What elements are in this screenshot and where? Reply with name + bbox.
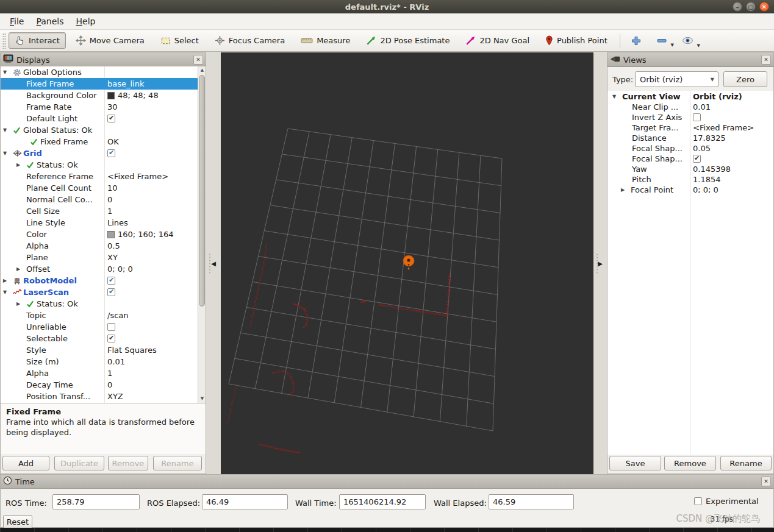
tool-focus-camera[interactable]: Focus Camera xyxy=(209,32,291,49)
collapse-arrow-icon[interactable]: ▶ xyxy=(16,301,26,307)
row-value-cell[interactable]: <Fixed Frame> xyxy=(105,171,206,182)
dropdown-caret-icon[interactable]: ▼ xyxy=(697,43,700,48)
time-field-input-wall-elapsed[interactable] xyxy=(489,494,574,509)
row-global-status-ok[interactable]: ▼Global Status: Ok xyxy=(1,124,206,136)
tool-select[interactable]: Select xyxy=(154,32,205,49)
row-pitch[interactable]: Pitch1.1854 xyxy=(607,174,773,184)
tool-2d-nav-goal[interactable]: 2D Nav Goal xyxy=(459,32,536,49)
row-value-cell[interactable]: ✔ xyxy=(105,275,206,286)
row-checkbox[interactable]: ✔ xyxy=(693,155,701,163)
close-button-icon[interactable]: ✕ xyxy=(759,2,769,12)
row-checkbox[interactable]: ✔ xyxy=(107,288,115,296)
row-value-cell[interactable]: base_link xyxy=(105,78,206,90)
row-value-cell[interactable]: 48; 48; 48 xyxy=(105,90,206,101)
row-value-cell[interactable]: 0 xyxy=(105,194,206,205)
row-focal-shap[interactable]: Focal Shap...✔ xyxy=(607,153,773,163)
collapse-arrow-icon[interactable]: ▶ xyxy=(16,162,26,168)
row-value-cell[interactable]: Flat Squares xyxy=(105,344,206,356)
rename-button[interactable]: Rename xyxy=(720,456,772,470)
row-value-cell[interactable]: 0.5 xyxy=(105,240,206,252)
row-checkbox[interactable]: ✔ xyxy=(107,335,115,342)
view-type-select[interactable]: Orbit (rviz) ▼ xyxy=(635,71,718,87)
row-decay-time[interactable]: Decay Time0 xyxy=(1,379,206,391)
row-value-cell[interactable]: ✔ xyxy=(105,286,206,298)
tool-eye-button[interactable]: ▼ xyxy=(678,35,698,46)
tool-publish-point[interactable]: Publish Point xyxy=(539,32,614,49)
row-size-m[interactable]: Size (m)0.01 xyxy=(1,356,206,367)
row-frame-rate[interactable]: Frame Rate30 xyxy=(1,101,206,113)
menu-item-file[interactable]: File xyxy=(4,15,30,28)
row-value-cell[interactable] xyxy=(105,298,206,310)
row-value-cell[interactable] xyxy=(105,66,206,78)
expand-arrow-icon[interactable]: ▼ xyxy=(3,127,13,133)
scroll-down-icon[interactable]: ▼ xyxy=(198,395,206,403)
color-swatch[interactable] xyxy=(107,231,115,238)
row-checkbox[interactable] xyxy=(107,323,115,331)
time-field-input-ros-time[interactable] xyxy=(52,494,140,509)
row-value-cell[interactable]: XY xyxy=(105,252,206,263)
row-value-cell[interactable]: /scan xyxy=(105,310,206,321)
row-near-clip[interactable]: Near Clip ...0.01 xyxy=(607,101,773,112)
row-target-fra[interactable]: Target Fra...<Fixed Frame> xyxy=(607,122,773,132)
row-value-cell[interactable]: 0; 0; 0 xyxy=(105,263,206,275)
row-value-cell[interactable]: ✔ xyxy=(105,113,206,124)
tool-interact[interactable]: Interact xyxy=(9,32,66,49)
row-robotmodel[interactable]: ▶RobotModel✔ xyxy=(1,275,206,286)
row-fixed-frame[interactable]: Fixed Framebase_link xyxy=(1,78,206,90)
row-value-cell[interactable]: 0; 0; 0 xyxy=(690,184,773,196)
maximize-button-icon[interactable]: ▢ xyxy=(746,2,756,12)
time-panel-header[interactable]: Time ✕ xyxy=(1,475,773,489)
time-field-input-ros-elapsed[interactable] xyxy=(202,494,288,509)
zero-button[interactable]: Zero xyxy=(723,71,767,87)
row-reference-frame[interactable]: Reference Frame<Fixed Frame> xyxy=(1,171,206,182)
expand-arrow-icon[interactable]: ▼ xyxy=(3,289,13,295)
experimental-checkbox[interactable] xyxy=(694,497,702,505)
collapse-right-icon[interactable]: ▶ xyxy=(598,260,603,267)
tool-2d-pose-estimate[interactable]: 2D Pose Estimate xyxy=(360,32,456,49)
splitter-handle[interactable] xyxy=(596,253,598,274)
reset-button[interactable]: Reset xyxy=(3,515,32,529)
tool-plus-button[interactable] xyxy=(626,34,646,48)
row-yaw[interactable]: Yaw0.145398 xyxy=(607,163,773,174)
experimental-option[interactable]: Experimental xyxy=(694,497,759,506)
toolbar-grip[interactable] xyxy=(2,33,6,49)
tool-measure[interactable]: Measure xyxy=(295,33,356,48)
collapse-arrow-icon[interactable]: ▶ xyxy=(16,266,26,272)
row-value-cell[interactable]: 1 xyxy=(105,205,206,217)
time-close-icon[interactable]: ✕ xyxy=(761,477,771,486)
remove-button[interactable]: Remove xyxy=(664,456,716,470)
right-splitter[interactable]: ▶ xyxy=(593,52,607,474)
row-default-light[interactable]: Default Light✔ xyxy=(1,113,206,124)
row-grid[interactable]: ▼Grid✔ xyxy=(1,147,206,159)
row-value-cell[interactable] xyxy=(105,321,206,333)
row-global-options[interactable]: ▼Global Options xyxy=(1,66,206,78)
time-field-input-wall-time[interactable] xyxy=(339,494,426,509)
row-value-cell[interactable]: 0.01 xyxy=(105,356,206,367)
row-line-style[interactable]: Line StyleLines xyxy=(1,217,206,229)
row-laserscan[interactable]: ▼LaserScan✔ xyxy=(1,286,206,298)
scrollbar-thumb[interactable] xyxy=(199,75,205,307)
dropdown-caret-icon[interactable]: ▼ xyxy=(670,43,673,48)
row-value-cell[interactable]: Lines xyxy=(105,217,206,229)
collapse-arrow-icon[interactable]: ▶ xyxy=(621,187,631,193)
views-panel-header[interactable]: Views ✕ xyxy=(607,53,773,67)
row-checkbox[interactable]: ✔ xyxy=(107,149,115,157)
row-value-cell[interactable] xyxy=(105,159,206,171)
row-value-cell[interactable]: OK xyxy=(105,136,206,147)
row-selectable[interactable]: Selectable✔ xyxy=(1,333,206,344)
titlebar[interactable]: default.rviz* - RViz –▢✕ xyxy=(0,0,774,13)
row-alpha[interactable]: Alpha1 xyxy=(1,367,206,379)
displays-panel-header[interactable]: Displays ✕ xyxy=(1,53,206,67)
add-button[interactable]: Add xyxy=(2,456,49,470)
row-value-cell[interactable]: ✔ xyxy=(105,147,206,159)
save-button[interactable]: Save xyxy=(609,456,661,470)
row-background-color[interactable]: Background Color48; 48; 48 xyxy=(1,90,206,101)
row-value-cell[interactable]: 0 xyxy=(105,379,206,391)
views-close-icon[interactable]: ✕ xyxy=(761,55,771,65)
row-normal-cell-co[interactable]: Normal Cell Co...0 xyxy=(1,194,206,205)
scroll-up-icon[interactable]: ▲ xyxy=(198,66,206,74)
row-value-cell[interactable]: XYZ xyxy=(105,391,206,402)
collapse-arrow-icon[interactable]: ▶ xyxy=(3,278,13,283)
tool-minus-button[interactable]: ▼ xyxy=(652,36,672,46)
row-current-view[interactable]: ▼Current ViewOrbit (rviz) xyxy=(607,91,773,101)
